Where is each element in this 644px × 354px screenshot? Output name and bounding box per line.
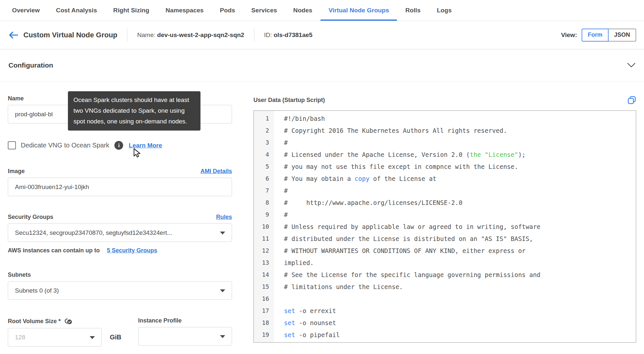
line-number: 6 — [254, 175, 274, 182]
caret-down-icon — [220, 335, 225, 338]
dedicate-vng-checkbox[interactable] — [8, 141, 16, 149]
image-field-group: Image AMI Details — [8, 168, 232, 196]
line-number: 11 — [254, 235, 274, 242]
code-line: 10# Unless required by applicable law or… — [254, 221, 636, 233]
ocean-spark-tooltip: Ocean Spark clusters should have at leas… — [68, 91, 200, 131]
code-text: # You may obtain a copy of the License a… — [274, 175, 436, 182]
bottom-fields-row: Root Volume Size * 128 GiB Instance Prof… — [8, 317, 232, 347]
code-line: 1#!/bin/bash — [254, 112, 636, 124]
user-data-label: User Data (Startup Script) — [253, 97, 325, 104]
code-text: # Unless required by applicable law or a… — [274, 223, 540, 230]
security-groups-field-group: Security Groups Rules Secu12324, secgrou… — [8, 214, 232, 254]
line-number: 19 — [254, 331, 274, 338]
vng-id-value: ols-d7381ae5 — [274, 32, 312, 38]
dedicate-vng-label: Dedicate VNG to Ocean Spark — [21, 142, 109, 149]
tab-logs[interactable]: Logs — [429, 0, 460, 20]
code-line: 9# — [254, 209, 636, 221]
line-number: 4 — [254, 151, 274, 158]
dedicate-vng-row: Dedicate VNG to Ocean Spark i Learn More — [8, 141, 232, 150]
mouse-cursor-icon — [133, 148, 142, 158]
five-security-groups-link[interactable]: 5 Security Groups — [107, 247, 157, 254]
arrow-left-icon — [8, 31, 18, 39]
code-line: 2# Copyright 2016 The Kubernetes Authors… — [254, 124, 636, 136]
image-label: Image — [8, 168, 25, 175]
caret-down-icon — [220, 232, 225, 234]
subnets-field-group: Subnets Subnets 0 (of 3) — [8, 272, 232, 300]
code-editor[interactable]: 1#!/bin/bash2# Copyright 2016 The Kubern… — [253, 110, 636, 343]
collapse-button[interactable] — [627, 63, 636, 68]
tab-right-sizing[interactable]: Right Sizing — [105, 0, 158, 20]
back-button[interactable] — [8, 30, 19, 41]
line-number: 3 — [254, 139, 274, 146]
code-line: 18set -o nounset — [254, 317, 636, 329]
root-volume-field-group: Root Volume Size * 128 — [8, 317, 102, 347]
vng-name-label: Name: — [137, 32, 155, 38]
subnets-select[interactable]: Subnets 0 (of 3) — [8, 281, 232, 300]
line-number: 5 — [254, 163, 274, 170]
link-check-icon — [64, 317, 73, 325]
code-text: # http://www.apache.org/licenses/LICENSE… — [274, 199, 462, 206]
tab-pods[interactable]: Pods — [212, 0, 243, 20]
code-editor-lines: 1#!/bin/bash2# Copyright 2016 The Kubern… — [254, 112, 636, 341]
line-number: 12 — [254, 247, 274, 254]
rules-link[interactable]: Rules — [216, 214, 232, 221]
name-field-group: Name Ocean Spark clusters should have at… — [8, 95, 232, 123]
tab-services[interactable]: Services — [243, 0, 285, 20]
vng-name: Name: dev-us-west-2-app-sqn2-sqn2 — [137, 32, 244, 39]
view-toggle-json[interactable]: JSON — [609, 29, 636, 42]
code-text: # Licensed under the Apache License, Ver… — [274, 151, 526, 158]
code-line: 6# You may obtain a copy of the License … — [254, 172, 636, 184]
code-text: # — [274, 139, 288, 146]
line-number: 2 — [254, 127, 274, 134]
caret-down-icon — [220, 289, 225, 292]
code-text: # See the License for the specific langu… — [274, 271, 540, 278]
tab-namespaces[interactable]: Namespaces — [158, 0, 212, 20]
configuration-section-header[interactable]: Configuration — [0, 49, 644, 82]
view-label: View: — [561, 32, 577, 39]
line-number: 16 — [254, 295, 274, 302]
instance-profile-select[interactable] — [138, 327, 232, 346]
vng-name-value: dev-us-west-2-app-sqn2-sqn2 — [157, 32, 244, 38]
security-groups-value: Secu12324, secgroup23470870, segtuyfsd12… — [15, 229, 172, 236]
security-groups-select[interactable]: Secu12324, secgroup23470870, segtuyfsd12… — [8, 223, 232, 242]
line-number: 15 — [254, 283, 274, 290]
code-line: 7# — [254, 184, 636, 196]
line-number: 17 — [254, 307, 274, 314]
image-input[interactable] — [8, 178, 232, 196]
ami-details-link[interactable]: AMI Details — [200, 168, 232, 175]
code-text: # WITHOUT WARRANTIES OR CONDITIONS OF AN… — [274, 247, 526, 254]
line-number: 9 — [254, 211, 274, 218]
divider — [254, 29, 254, 42]
vng-id: ID: ols-d7381ae5 — [264, 32, 313, 39]
line-number: 8 — [254, 199, 274, 206]
info-icon[interactable]: i — [114, 141, 123, 150]
line-number: 18 — [254, 319, 274, 326]
copy-button[interactable] — [627, 96, 636, 105]
tab-nodes[interactable]: Nodes — [285, 0, 321, 20]
code-line: 19set -o pipefail — [254, 329, 636, 341]
tab-rolls[interactable]: Rolls — [397, 0, 429, 20]
instance-profile-label: Instance Profile — [138, 317, 232, 324]
code-text: set -o pipefail — [274, 331, 340, 338]
code-line: 16 — [254, 293, 636, 305]
code-text: implied. — [274, 259, 314, 266]
code-line: 4# Licensed under the Apache License, Ve… — [254, 148, 636, 160]
tab-virtual-node-groups[interactable]: Virtual Node Groups — [320, 0, 397, 20]
divider — [127, 29, 127, 42]
tab-cost-analysis[interactable]: Cost Analysis — [48, 0, 105, 20]
tab-overview[interactable]: Overview — [4, 0, 48, 20]
view-toggle: Form JSON — [582, 29, 636, 42]
tab-bar: OverviewCost AnalysisRight SizingNamespa… — [0, 0, 644, 21]
root-volume-select[interactable]: 128 — [8, 328, 102, 347]
code-line: 12# WITHOUT WARRANTIES OR CONDITIONS OF … — [254, 245, 636, 257]
code-text: #!/bin/bash — [274, 115, 325, 122]
code-text: set -o nounset — [274, 319, 336, 326]
code-line: 5# you may not use this file except in c… — [254, 160, 636, 172]
view-toggle-form[interactable]: Form — [582, 29, 609, 42]
line-number: 1 — [254, 115, 274, 122]
page-title: Custom Virtual Node Group — [23, 31, 117, 39]
root-volume-label: Root Volume Size * — [8, 318, 61, 325]
code-line: 11# distributed under the License is dis… — [254, 233, 636, 245]
instance-profile-field-group: Instance Profile — [138, 317, 232, 347]
line-number: 10 — [254, 223, 274, 230]
